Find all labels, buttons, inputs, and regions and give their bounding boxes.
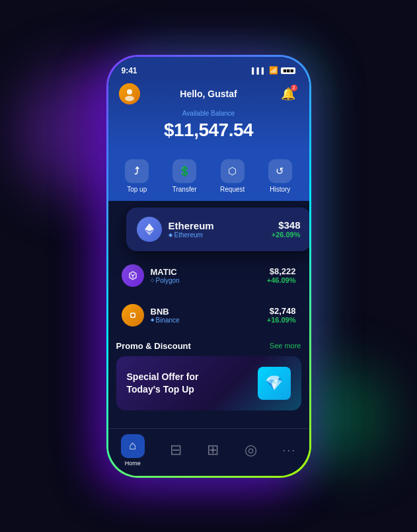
battery-icon: ■■■ — [281, 67, 295, 74]
promo-visual: 💎 — [258, 367, 291, 400]
matic-sub-icon: ◇ — [151, 278, 154, 283]
phone-screen: 9:41 ▌▌▌ 📶 ■■■ — [108, 57, 309, 476]
home-icon: ⌂ — [129, 439, 136, 453]
avatar-face — [119, 83, 140, 104]
bnb-change: +16.09% — [267, 316, 296, 324]
status-time: 9:41 — [122, 66, 137, 75]
history-icon: ↺ — [276, 165, 284, 177]
svg-marker-2 — [145, 223, 154, 231]
promo-header: Promo & Discount See more — [116, 337, 301, 356]
ethereum-change: +26.09% — [272, 231, 301, 239]
bnb-value: $2,748 — [267, 306, 296, 316]
matic-left: MATIC ◇ Polygon — [122, 264, 180, 287]
balance-amount: $11,547.54 — [119, 120, 299, 141]
matic-icon — [122, 264, 144, 287]
bottom-nav: ⌂ Home ⊟ ⊞ ◎ — [108, 428, 309, 476]
header-top: Hello, Gustaf 🔔 2 — [119, 83, 299, 104]
notch — [179, 57, 239, 73]
signal-icon: ▌▌▌ — [252, 67, 266, 74]
wifi-icon: 📶 — [269, 66, 278, 75]
ethereum-value: $348 — [272, 219, 301, 231]
matic-info: MATIC ◇ Polygon — [151, 267, 180, 284]
transfer-icon: 💲 — [178, 165, 191, 177]
balance-label: Available Balance — [119, 110, 299, 117]
nav-cards[interactable]: ⊞ — [207, 441, 219, 459]
phone-inner-border: 9:41 ▌▌▌ 📶 ■■■ — [108, 57, 309, 476]
cards-icon: ⊞ — [207, 441, 219, 459]
phone-wrapper: 9:41 ▌▌▌ 📶 ■■■ — [106, 55, 311, 478]
bnb-sub: ◆ Binance — [151, 317, 180, 324]
notification-badge: 2 — [291, 85, 297, 91]
ethereum-name: Ethereum — [169, 220, 214, 231]
nav-home[interactable]: ⌂ Home — [121, 434, 145, 467]
history-icon-circle: ↺ — [268, 159, 292, 183]
ethereum-card[interactable]: Ethereum ◆ Ethereum $348 — [126, 208, 309, 251]
nav-more[interactable]: ··· — [282, 443, 296, 457]
action-transfer[interactable]: 💲 Transfer — [172, 159, 197, 193]
screen-content: 9:41 ▌▌▌ 📶 ■■■ — [108, 57, 309, 476]
request-label: Request — [220, 186, 245, 193]
home-label: Home — [125, 460, 141, 467]
phone-shell: 9:41 ▌▌▌ 📶 ■■■ — [106, 55, 311, 478]
bnb-info: BNB ◆ Binance — [151, 307, 180, 324]
bnb-icon — [122, 304, 144, 326]
svg-point-5 — [131, 313, 134, 317]
more-icon: ··· — [282, 443, 296, 457]
home-icon-pill: ⌂ — [121, 434, 145, 458]
matic-value: $8,222 — [267, 266, 296, 276]
transfer-icon-circle: 💲 — [172, 159, 196, 183]
matic-name: MATIC — [151, 267, 180, 277]
bnb-sub-icon: ◆ — [151, 317, 154, 323]
promo-title: Promo & Discount — [116, 341, 191, 351]
svg-point-0 — [127, 89, 132, 95]
profile-icon: ◎ — [245, 441, 257, 459]
ethereum-icon — [137, 217, 162, 242]
scene: 9:41 ▌▌▌ 📶 ■■■ — [0, 0, 417, 532]
ethereum-right: $348 +26.09% — [272, 219, 301, 239]
promo-card[interactable]: Special Offer forToday's Top Up 💎 — [116, 356, 301, 410]
see-more-link[interactable]: See more — [270, 342, 301, 350]
ethereum-sub: ◆ Ethereum — [169, 231, 214, 239]
topup-label: Top up — [127, 186, 147, 193]
topup-icon-circle: ⤴ — [125, 159, 149, 183]
header-section: Hello, Gustaf 🔔 2 Available Balance $11,… — [108, 78, 309, 151]
action-history[interactable]: ↺ History — [268, 159, 292, 193]
action-request[interactable]: ⬡ Request — [220, 159, 245, 193]
hello-text: Hello, Gustaf — [140, 89, 278, 99]
history-label: History — [270, 186, 290, 193]
bnb-name: BNB — [151, 307, 180, 317]
bnb-right: $2,748 +16.09% — [267, 306, 296, 324]
action-topup[interactable]: ⤴ Top up — [125, 159, 149, 193]
topup-icon: ⤴ — [134, 165, 139, 176]
matic-sub: ◇ Polygon — [151, 277, 180, 284]
transfer-label: Transfer — [172, 186, 197, 193]
status-icons: ▌▌▌ 📶 ■■■ — [252, 66, 295, 75]
bnb-left: BNB ◆ Binance — [122, 304, 180, 326]
matic-row[interactable]: MATIC ◇ Polygon $8,222 +4 — [116, 258, 301, 293]
ethereum-sub-icon: ◆ — [169, 232, 172, 238]
content-area: Ethereum ◆ Ethereum $348 — [108, 201, 309, 428]
nav-wallet[interactable]: ⊟ — [170, 441, 182, 459]
svg-point-1 — [125, 96, 134, 101]
matic-right: $8,222 +46.09% — [267, 266, 296, 284]
ethereum-left: Ethereum ◆ Ethereum — [137, 217, 214, 242]
greeting-container: Hello, Gustaf — [140, 89, 278, 99]
ethereum-info: Ethereum ◆ Ethereum — [169, 220, 214, 239]
request-icon: ⬡ — [228, 165, 237, 177]
nav-profile[interactable]: ◎ — [245, 441, 257, 459]
matic-change: +46.09% — [267, 276, 296, 284]
promo-text: Special Offer forToday's Top Up — [127, 371, 199, 395]
notification-button[interactable]: 🔔 2 — [278, 83, 299, 104]
promo-visual-icon: 💎 — [265, 375, 283, 392]
request-icon-circle: ⬡ — [221, 159, 245, 183]
bnb-row[interactable]: BNB ◆ Binance $2,748 +16. — [116, 297, 301, 333]
wallet-icon: ⊟ — [170, 441, 182, 459]
quick-actions: ⤴ Top up 💲 Transfer — [108, 151, 309, 201]
avatar[interactable] — [119, 83, 140, 104]
